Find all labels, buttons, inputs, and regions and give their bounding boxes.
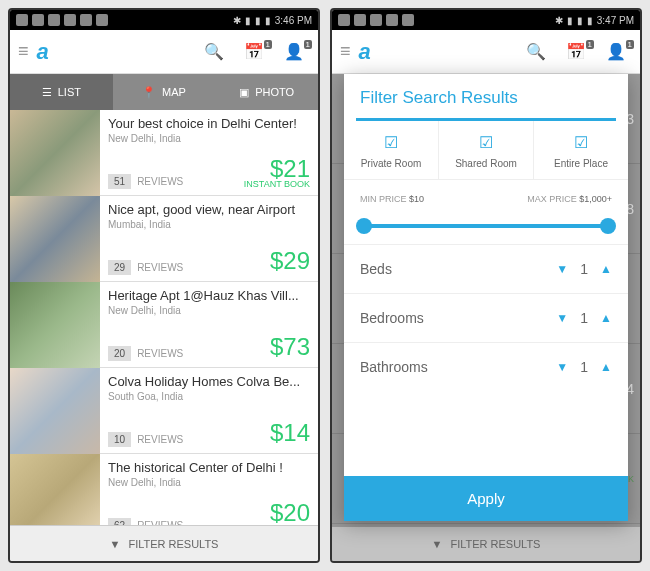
calendar-icon[interactable]: 📅1 bbox=[238, 42, 270, 61]
user-icon[interactable]: 👤1 bbox=[278, 42, 310, 61]
battery-icon: ▮ bbox=[265, 15, 271, 26]
listing-thumbnail bbox=[10, 110, 100, 196]
room-type-label: Private Room bbox=[348, 158, 434, 169]
app-bar: ≡ a 🔍 📅1 👤1 bbox=[10, 30, 318, 74]
clock: 3:47 PM bbox=[597, 15, 634, 26]
listing-location: New Delhi, India bbox=[108, 477, 310, 488]
signal-icon: ▮ bbox=[577, 15, 583, 26]
filter-label: FILTER RESULTS bbox=[128, 538, 218, 550]
listing-item[interactable]: Heritage Apt 1@Hauz Khas Vill... New Del… bbox=[10, 282, 318, 368]
filter-icon: ▼ bbox=[432, 538, 443, 550]
min-price-label: MIN PRICE bbox=[360, 194, 407, 204]
decrement-icon[interactable]: ▼ bbox=[556, 262, 568, 276]
increment-icon[interactable]: ▲ bbox=[600, 262, 612, 276]
room-type-label: Shared Room bbox=[443, 158, 529, 169]
listing-price: $73 bbox=[270, 333, 310, 361]
user-badge: 1 bbox=[626, 40, 634, 49]
menu-icon[interactable]: ≡ bbox=[18, 41, 29, 62]
slider-handle-min[interactable] bbox=[356, 218, 372, 234]
decrement-icon[interactable]: ▼ bbox=[556, 311, 568, 325]
tab-list[interactable]: ☰LIST bbox=[10, 74, 113, 110]
review-count: 20 bbox=[108, 346, 131, 361]
clock: 3:46 PM bbox=[275, 15, 312, 26]
stepper-bathrooms: Bathrooms ▼ 1 ▲ bbox=[344, 342, 628, 391]
notif-icon bbox=[402, 14, 414, 26]
stepper-label: Beds bbox=[360, 261, 556, 277]
listing-title: Colva Holiday Homes Colva Be... bbox=[108, 374, 310, 389]
listing-item[interactable]: Nice apt, good view, near Airport Mumbai… bbox=[10, 196, 318, 282]
filter-icon: ▼ bbox=[110, 538, 121, 550]
notif-icon bbox=[96, 14, 108, 26]
listing-title: Nice apt, good view, near Airport bbox=[108, 202, 310, 217]
listing-location: New Delhi, India bbox=[108, 133, 310, 144]
listing-item[interactable]: The historical Center of Delhi ! New Del… bbox=[10, 454, 318, 525]
map-pin-icon: 📍 bbox=[142, 86, 156, 99]
reviews-label: REVIEWS bbox=[137, 434, 183, 445]
listing-price: $14 bbox=[270, 419, 310, 447]
listing-title: Heritage Apt 1@Hauz Khas Vill... bbox=[108, 288, 310, 303]
battery-icon: ▮ bbox=[587, 15, 593, 26]
app-logo: a bbox=[359, 39, 512, 65]
review-count: 10 bbox=[108, 432, 131, 447]
notif-icon bbox=[64, 14, 76, 26]
slider-handle-max[interactable] bbox=[600, 218, 616, 234]
bluetooth-icon: ✱ bbox=[555, 15, 563, 26]
listing-title: The historical Center of Delhi ! bbox=[108, 460, 310, 475]
calendar-badge: 1 bbox=[264, 40, 272, 49]
notif-icon bbox=[370, 14, 382, 26]
listing-price: $20 bbox=[270, 499, 310, 525]
search-icon[interactable]: 🔍 bbox=[520, 42, 552, 61]
min-price-value: $10 bbox=[409, 194, 424, 204]
listing-thumbnail bbox=[10, 196, 100, 282]
increment-icon[interactable]: ▲ bbox=[600, 311, 612, 325]
reviews-label: REVIEWS bbox=[137, 348, 183, 359]
apply-button[interactable]: Apply bbox=[344, 476, 628, 521]
notif-icon bbox=[338, 14, 350, 26]
stepper-label: Bedrooms bbox=[360, 310, 556, 326]
room-type-entire[interactable]: ☑ Entire Place bbox=[534, 121, 628, 179]
max-price-value: $1,000+ bbox=[579, 194, 612, 204]
listing-item[interactable]: Colva Holiday Homes Colva Be... South Go… bbox=[10, 368, 318, 454]
user-icon[interactable]: 👤1 bbox=[600, 42, 632, 61]
room-type-shared[interactable]: ☑ Shared Room bbox=[439, 121, 534, 179]
decrement-icon[interactable]: ▼ bbox=[556, 360, 568, 374]
filter-results-button[interactable]: ▼ FILTER RESULTS bbox=[10, 525, 318, 561]
review-count: 62 bbox=[108, 518, 131, 525]
signal-icon: ▮ bbox=[255, 15, 261, 26]
search-icon[interactable]: 🔍 bbox=[198, 42, 230, 61]
price-slider[interactable] bbox=[360, 216, 612, 236]
calendar-badge: 1 bbox=[586, 40, 594, 49]
listing-location: New Delhi, India bbox=[108, 305, 310, 316]
slider-track bbox=[360, 224, 612, 228]
stepper-bedrooms: Bedrooms ▼ 1 ▲ bbox=[344, 293, 628, 342]
listings[interactable]: Your best choice in Delhi Center! New De… bbox=[10, 110, 318, 525]
tab-photo[interactable]: ▣PHOTO bbox=[215, 74, 318, 110]
signal-icon: ▮ bbox=[567, 15, 573, 26]
status-bar: ✱ ▮ ▮ ▮ 3:47 PM bbox=[332, 10, 640, 30]
phone-left: ✱ ▮ ▮ ▮ 3:46 PM ≡ a 🔍 📅1 👤1 ☰LIST 📍MAP ▣… bbox=[8, 8, 320, 563]
filter-results-button[interactable]: ▼ FILTER RESULTS bbox=[332, 527, 640, 561]
status-bar: ✱ ▮ ▮ ▮ 3:46 PM bbox=[10, 10, 318, 30]
listing-thumbnail bbox=[10, 368, 100, 454]
user-badge: 1 bbox=[304, 40, 312, 49]
max-price-label: MAX PRICE bbox=[527, 194, 577, 204]
increment-icon[interactable]: ▲ bbox=[600, 360, 612, 374]
stepper-value: 1 bbox=[578, 359, 590, 375]
listing-item[interactable]: Your best choice in Delhi Center! New De… bbox=[10, 110, 318, 196]
app-logo: a bbox=[37, 39, 190, 65]
filter-label: FILTER RESULTS bbox=[450, 538, 540, 550]
room-type-row: ☑ Private Room ☑ Shared Room ☑ Entire Pl… bbox=[344, 121, 628, 180]
reviews-label: REVIEWS bbox=[137, 176, 183, 187]
menu-icon[interactable]: ≡ bbox=[340, 41, 351, 62]
calendar-icon[interactable]: 📅1 bbox=[560, 42, 592, 61]
checkbox-checked-icon: ☑ bbox=[538, 133, 624, 152]
notif-icon bbox=[32, 14, 44, 26]
stepper-beds: Beds ▼ 1 ▲ bbox=[344, 244, 628, 293]
listing-location: South Goa, India bbox=[108, 391, 310, 402]
listing-price: $29 bbox=[270, 247, 310, 275]
tab-map[interactable]: 📍MAP bbox=[113, 74, 216, 110]
list-icon: ☰ bbox=[42, 86, 52, 99]
filter-modal: Filter Search Results ☑ Private Room ☑ S… bbox=[344, 74, 628, 521]
room-type-private[interactable]: ☑ Private Room bbox=[344, 121, 439, 179]
modal-title: Filter Search Results bbox=[344, 74, 628, 118]
